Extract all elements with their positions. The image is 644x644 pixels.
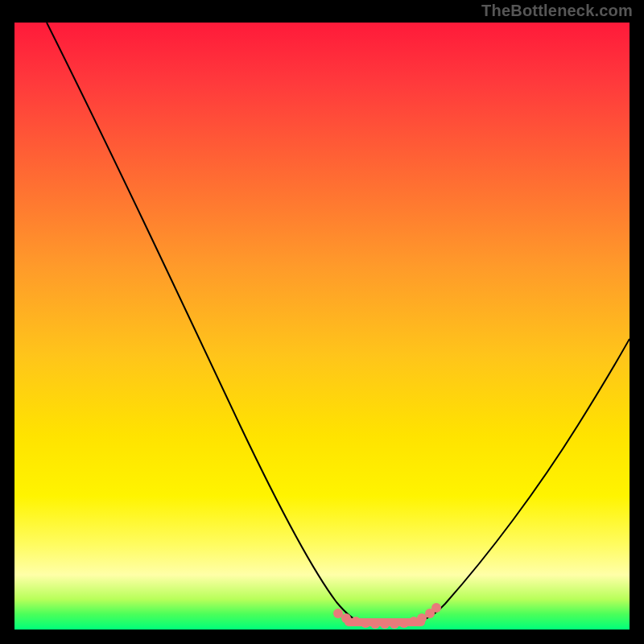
optimal-range-markers bbox=[333, 603, 441, 629]
svg-rect-12 bbox=[345, 618, 425, 626]
plot-area bbox=[14, 23, 630, 630]
chart-frame: TheBottleneck.com bbox=[0, 0, 644, 644]
svg-point-11 bbox=[431, 603, 441, 613]
svg-point-0 bbox=[333, 609, 343, 618]
curve-svg bbox=[14, 23, 630, 630]
bottleneck-curve-path bbox=[47, 23, 630, 621]
attribution-label: TheBottleneck.com bbox=[481, 2, 633, 20]
